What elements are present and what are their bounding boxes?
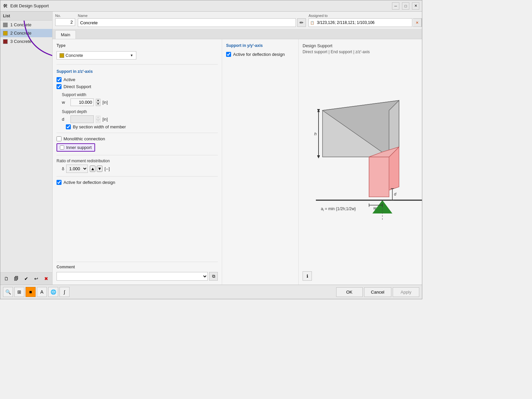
active-deflection-yy-checkbox[interactable] [226, 52, 231, 57]
main-content: List 1 Concrete 2 Concrete 3 Concrete [0, 12, 422, 285]
monolithic-checkbox-row[interactable]: Monolithic connection [57, 136, 218, 141]
divider-2 [57, 133, 218, 133]
form-middle: Support in y/y'-axis Active for deflecti… [222, 39, 299, 285]
active-deflection-checkbox-row[interactable]: Active for deflection design [57, 180, 218, 185]
sidebar: List 1 Concrete 2 Concrete 3 Concrete [0, 12, 53, 285]
tab-main[interactable]: Main [55, 30, 76, 39]
body-area: Type Concrete ▼ Support in z/z'-axis [53, 39, 422, 285]
name-edit-button[interactable]: ✏ [297, 18, 306, 27]
assigned-row: 📋 ✕ ▼ [309, 18, 422, 27]
type-dropdown[interactable]: Concrete ▼ [57, 51, 136, 60]
assigned-field: Assigned to 📋 ✕ ▼ [309, 14, 422, 27]
w-spinners: ▲ ▼ [96, 99, 100, 106]
svg-text:d: d [394, 192, 396, 197]
divider-1 [57, 64, 218, 65]
active-label: Active [64, 77, 75, 82]
active-deflection-yy-label: Active for deflection design [233, 52, 285, 57]
list-item-2[interactable]: 2 Concrete [0, 29, 52, 37]
by-section-checkbox[interactable] [66, 124, 71, 129]
name-field: Name ✏ [78, 14, 306, 27]
support-width-label: Support width [62, 92, 218, 97]
depth-field-row: d ▲ ▼ [in] [62, 115, 218, 123]
svg-marker-6 [369, 157, 389, 197]
assign-dropdown-button[interactable]: ▼ [422, 18, 422, 27]
comment-copy-button[interactable]: ⧉ [209, 272, 218, 281]
divider-3 [57, 155, 218, 155]
no-input[interactable] [55, 18, 75, 26]
delete-button[interactable]: ✖ [42, 274, 51, 283]
delta-label: δ [62, 166, 64, 171]
list-item-label-1: 1 Concrete [10, 22, 32, 27]
delta-spin-up[interactable]: ▲ [90, 166, 95, 172]
support-zz-title: Support in z/z'-axis [57, 69, 218, 74]
name-label: Name [78, 14, 306, 18]
import-button[interactable]: ↩ [32, 274, 41, 283]
close-button[interactable]: ✕ [412, 2, 419, 10]
delta-spin-down[interactable]: ▼ [97, 166, 102, 172]
name-row: ✏ [78, 18, 306, 27]
new-item-button[interactable]: 🗋 [2, 274, 11, 283]
w-input[interactable] [70, 98, 94, 106]
diagram-info-button[interactable]: ℹ [303, 271, 312, 281]
w-spin-up[interactable]: ▲ [96, 99, 100, 102]
list-item-1[interactable]: 1 Concrete [0, 21, 52, 29]
formula-button[interactable]: ∫ [60, 287, 69, 297]
name-input[interactable] [78, 18, 296, 27]
active-deflection-label: Active for deflection design [64, 180, 115, 185]
w-spin-down[interactable]: ▼ [96, 102, 100, 106]
d-spinners: ▲ ▼ [96, 116, 100, 123]
delta-unit: [--] [104, 166, 110, 171]
globe-button[interactable]: 🌐 [48, 287, 58, 297]
support-zz-section: Support in z/z'-axis Active Direct Suppo… [57, 69, 218, 185]
svg-marker-25 [317, 110, 320, 112]
inner-support-checkbox[interactable] [60, 145, 64, 150]
minimize-button[interactable]: ─ [392, 2, 399, 10]
diagram-subtitle: Direct support | End support | z/z'-axis [303, 50, 422, 54]
direct-support-checkbox-row[interactable]: Direct Support [57, 84, 218, 89]
active-deflection-yy-row[interactable]: Active for deflection design [226, 52, 294, 57]
ratio-section: Ratio of moment redistribution δ 1.000 ▲… [57, 159, 218, 173]
w-label: w [62, 100, 68, 105]
ratio-row: δ 1.000 ▲ ▼ [--] [62, 165, 218, 173]
list-item-label-3: 3 Concrete [10, 39, 32, 44]
active-checkbox-row[interactable]: Active [57, 77, 218, 82]
type-dropdown-arrow: ▼ [130, 54, 133, 57]
assigned-label: Assigned to [309, 14, 422, 18]
by-section-checkbox-row[interactable]: By section width of member [66, 124, 218, 129]
direct-support-checkbox[interactable] [57, 84, 62, 89]
comment-dropdown[interactable] [57, 272, 208, 281]
delta-spinners: ▲ ▼ [90, 166, 102, 172]
diagram-svg: h ai = min {1/2h;1/2w} [303, 90, 422, 237]
inner-support-container: Inner support [57, 143, 218, 152]
inner-support-highlight[interactable]: Inner support [57, 143, 95, 152]
delta-dropdown[interactable]: 1.000 [66, 165, 88, 173]
orange-button[interactable]: ■ [26, 287, 36, 297]
tab-bar: Main [53, 29, 422, 39]
sidebar-list: 1 Concrete 2 Concrete 3 Concrete [0, 21, 52, 272]
cancel-button[interactable]: Cancel [364, 287, 391, 297]
copy-item-button[interactable]: 🗐 [12, 274, 21, 283]
active-deflection-checkbox[interactable] [57, 180, 62, 185]
apply-button[interactable]: Apply [393, 287, 419, 297]
ok-button[interactable]: OK [336, 287, 363, 297]
assign-clear-button[interactable]: ✕ [413, 18, 422, 27]
comment-label: Comment [57, 265, 218, 269]
d-spin-up: ▲ [96, 116, 100, 119]
type-section: Type Concrete ▼ [57, 43, 218, 60]
assign-buttons: ✕ ▼ [413, 18, 422, 27]
check-button[interactable]: ✔ [22, 274, 31, 283]
inner-support-label: Inner support [66, 145, 92, 150]
font-button[interactable]: A [37, 287, 47, 297]
search-button[interactable]: 🔍 [3, 287, 13, 297]
assigned-input[interactable] [316, 19, 412, 26]
svg-text:h: h [314, 131, 317, 136]
support-depth-label: Support depth [62, 109, 218, 114]
color-swatch-1 [3, 23, 8, 27]
divider-4 [57, 176, 218, 177]
monolithic-checkbox[interactable] [57, 136, 62, 141]
active-checkbox[interactable] [57, 77, 62, 82]
list-item-3[interactable]: 3 Concrete [0, 37, 52, 46]
type-label: Type [57, 43, 218, 48]
maximize-button[interactable]: □ [402, 2, 409, 10]
grid-button[interactable]: ⊞ [14, 287, 24, 297]
